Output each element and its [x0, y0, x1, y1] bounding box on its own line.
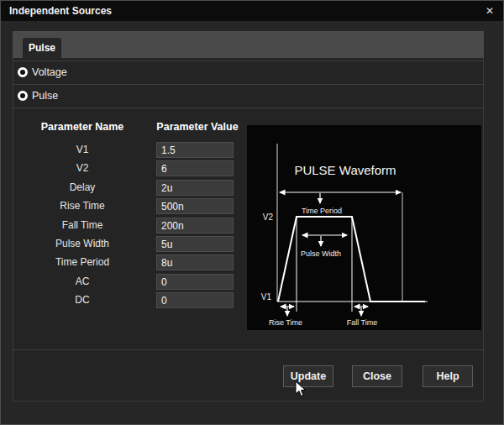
param-input-dc[interactable] [156, 292, 234, 308]
update-button[interactable]: Update [283, 365, 333, 387]
param-label: Pulse Width [34, 236, 130, 252]
param-input-pulse-width[interactable] [156, 236, 234, 252]
param-value-header: Parameter Value [153, 121, 242, 133]
waveform-title: PULSE Waveform [294, 163, 396, 177]
param-label: Rise Time [34, 198, 130, 214]
tab-pulse[interactable]: Pulse [23, 38, 61, 58]
pulse-option-row: Pulse [13, 84, 483, 108]
param-label: DC [34, 292, 130, 308]
rise-time-label: Rise Time [269, 318, 302, 327]
close-button[interactable]: Close [352, 365, 402, 387]
param-input-rise-time[interactable] [156, 198, 234, 214]
time-period-label: Time Period [302, 207, 342, 215]
param-label: AC [34, 274, 130, 290]
param-input-ac[interactable] [156, 274, 234, 290]
tab-bar [13, 31, 484, 58]
param-input-v2[interactable] [156, 160, 234, 176]
param-input-delay[interactable] [156, 180, 234, 196]
param-label: V2 [34, 160, 130, 176]
titlebar: Independent Sources ✕ [1, 1, 503, 21]
fall-time-label: Fall Time [347, 318, 378, 327]
param-label: Time Period [34, 254, 130, 270]
voltage-option-label: Voltage [32, 60, 67, 84]
pulse-option-label: Pulse [32, 84, 58, 108]
pulse-radio[interactable] [18, 91, 28, 101]
close-icon[interactable]: ✕ [486, 1, 494, 21]
voltage-option-row: Voltage [13, 60, 483, 84]
waveform-svg: PULSE Waveform Time Period V2 Pulse Widt… [247, 125, 481, 330]
pulse-waveform-diagram: PULSE Waveform Time Period V2 Pulse Widt… [247, 125, 481, 330]
window-title: Independent Sources [9, 1, 112, 21]
button-separator [13, 349, 483, 350]
independent-sources-dialog: Independent Sources ✕ Pulse Voltage Puls… [0, 0, 504, 425]
v2-label: V2 [263, 212, 274, 222]
param-name-header: Parameter Name [34, 121, 130, 133]
param-label: Delay [34, 180, 130, 196]
v1-label: V1 [261, 292, 272, 302]
param-input-v1[interactable] [156, 142, 234, 158]
voltage-radio[interactable] [18, 67, 28, 77]
param-label: Fall Time [34, 218, 130, 233]
pulse-width-label: Pulse Width [301, 249, 341, 258]
param-label: V1 [34, 142, 130, 158]
help-button[interactable]: Help [423, 365, 473, 387]
param-input-fall-time[interactable] [156, 218, 234, 233]
param-input-time-period[interactable] [156, 254, 234, 270]
separator [13, 108, 483, 108]
